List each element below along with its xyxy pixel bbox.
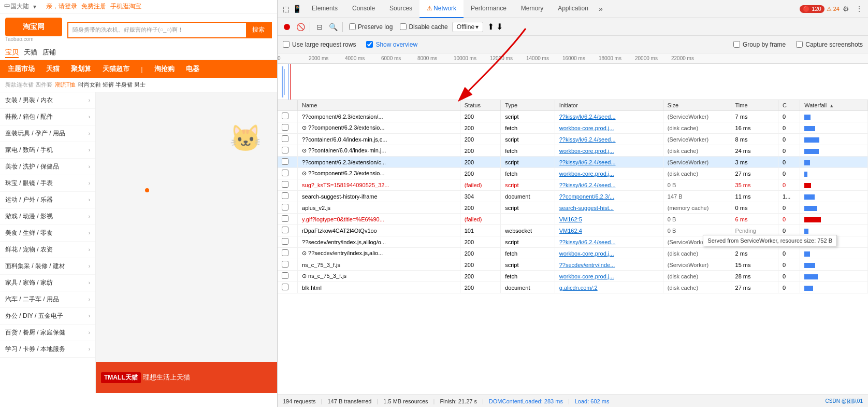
cell-initiator-link[interactable]: ??kissy/k/6.2.4/seed...: [559, 136, 616, 143]
cell-initiator-link[interactable]: ??secdev/entry/inde...: [559, 262, 615, 268]
col-header-c[interactable]: C: [778, 100, 800, 111]
cell-initiator-link[interactable]: workbox-core.prod.j...: [559, 171, 614, 177]
table-row[interactable]: ⊙ ns_c_75_3_f.js200fetchworkbox-core.pro…: [278, 271, 868, 282]
row-checkbox[interactable]: [282, 113, 288, 119]
table-row[interactable]: ??component/6.2.3/extension/c...200scrip…: [278, 157, 868, 168]
clear-button[interactable]: 🚫: [294, 21, 307, 33]
search-input[interactable]: [68, 23, 246, 37]
tab-network[interactable]: ⚠ Network: [419, 0, 464, 18]
row-checkbox[interactable]: [282, 204, 288, 210]
row-checkbox[interactable]: [282, 215, 288, 222]
row-checkbox[interactable]: [282, 238, 288, 245]
row-checkbox[interactable]: [282, 135, 288, 142]
cell-initiator-link[interactable]: VM162:5: [559, 216, 582, 222]
table-row[interactable]: ⊙ ??component/6.2.3/extensio...200fetchw…: [278, 168, 868, 179]
login-link[interactable]: 亲，请登录: [46, 2, 77, 11]
timeline-area[interactable]: 0 2000 ms 4000 ms 6000 ms 8000 ms 10000 …: [278, 53, 868, 100]
cat-tianmao-chao[interactable]: 天猫超市: [97, 60, 135, 78]
cell-initiator-link[interactable]: workbox-core.prod.j...: [559, 148, 614, 154]
cell-initiator-link[interactable]: ??kissy/k/6.2.4/seed...: [559, 182, 616, 188]
search-button[interactable]: 搜索: [246, 23, 271, 37]
col-header-time[interactable]: Time: [731, 100, 778, 111]
sidebar-item-2[interactable]: 童装玩具 / 孕产 / 用品›: [0, 125, 95, 142]
group-by-frame-label[interactable]: Group by frame: [733, 41, 786, 48]
tab-memory[interactable]: Memory: [514, 0, 551, 18]
settings-button[interactable]: ⚙: [840, 5, 852, 13]
tab-application[interactable]: Application: [551, 0, 596, 18]
cell-initiator-link[interactable]: ??kissy/k/6.2.4/seed...: [559, 239, 616, 245]
sidebar-item-6[interactable]: 运动 / 户外 / 乐器›: [0, 192, 95, 208]
sidebar-item-7[interactable]: 游戏 / 动漫 / 影视›: [0, 208, 95, 225]
table-row[interactable]: ⊙ ??container/6.0.4/index-min.j...200fet…: [278, 145, 868, 157]
filter-tag1[interactable]: 潮流T恤: [55, 81, 76, 89]
row-checkbox[interactable]: [282, 261, 288, 268]
row-checkbox[interactable]: [282, 272, 288, 279]
col-header-initiator[interactable]: Initiator: [555, 100, 663, 111]
more-options-button[interactable]: ⋮: [852, 5, 866, 13]
table-row[interactable]: search-suggest-history-iframe304document…: [278, 191, 868, 202]
register-link[interactable]: 免费注册: [81, 2, 106, 11]
search-button[interactable]: 🔍: [327, 21, 339, 33]
show-overview-label[interactable]: Show overview: [366, 41, 417, 48]
use-large-rows-label[interactable]: Use large request rows: [283, 41, 356, 48]
tab-sources[interactable]: Sources: [382, 0, 419, 18]
inspect-icon[interactable]: ⬚: [283, 5, 290, 13]
nav-dianpu[interactable]: 店铺: [42, 48, 56, 58]
row-checkbox[interactable]: [282, 124, 288, 131]
sidebar-item-5[interactable]: 珠宝 / 眼镜 / 手表›: [0, 175, 95, 192]
record-button[interactable]: [281, 21, 293, 33]
col-header-name[interactable]: Name: [298, 100, 460, 111]
capture-screenshots-label[interactable]: Capture screenshots: [796, 41, 863, 48]
download-button[interactable]: ⬇: [496, 22, 503, 32]
cat-taoqiang[interactable]: 淘抢购: [149, 60, 180, 78]
sidebar-item-14[interactable]: 百货 / 餐厨 / 家庭保健›: [0, 325, 95, 341]
network-table-container[interactable]: Name Status Type Initiator Size Time C W…: [278, 100, 868, 395]
cell-initiator-link[interactable]: ??kissy/k/6.2.4/seed...: [559, 114, 616, 120]
sidebar-item-12[interactable]: 汽车 / 二手车 / 用品›: [0, 291, 95, 308]
use-large-rows-checkbox[interactable]: [283, 41, 290, 48]
disable-cache-checkbox[interactable]: Disable cache: [397, 23, 451, 31]
filter-tag2[interactable]: 时尚女鞋 短裤 半身裙 男士: [78, 81, 146, 89]
disable-cache-input[interactable]: [400, 23, 407, 30]
tab-console[interactable]: Console: [345, 0, 382, 18]
sidebar-item-8[interactable]: 美食 / 生鲜 / 零食›: [0, 225, 95, 242]
row-checkbox[interactable]: [282, 249, 288, 256]
cell-initiator-link[interactable]: search-suggest-hist...: [559, 205, 614, 211]
table-row[interactable]: y.gif?logtype=0&title=%E6%90...(failed)V…: [278, 214, 868, 225]
cell-initiator-link[interactable]: workbox-core.prod.j...: [559, 273, 614, 279]
sidebar-item-3[interactable]: 家电 / 数码 / 手机›: [0, 142, 95, 159]
capture-screenshots-checkbox[interactable]: [796, 41, 803, 48]
offline-dropdown[interactable]: Offline ▾: [452, 22, 483, 32]
cell-initiator-link[interactable]: g.alicdn.com/:2: [559, 285, 598, 291]
cat-juhua[interactable]: 聚划算: [66, 60, 96, 78]
sidebar-item-10[interactable]: 面料集采 / 装修 / 建材›: [0, 258, 95, 275]
upload-button[interactable]: ⬆: [487, 22, 494, 32]
nav-baobei[interactable]: 宝贝: [5, 48, 19, 58]
cat-dianqi[interactable]: 电器: [181, 60, 205, 78]
table-row[interactable]: ⊙ ??component/6.2.3/extensio...200fetchw…: [278, 122, 868, 134]
col-header-size[interactable]: Size: [663, 100, 731, 111]
row-checkbox[interactable]: [282, 192, 288, 199]
table-row[interactable]: blk.html200documentg.alicdn.com/:2(disk …: [278, 282, 868, 293]
mobile-icon[interactable]: 📱: [293, 5, 301, 13]
filter-button[interactable]: ⊟: [313, 21, 326, 33]
row-checkbox[interactable]: [282, 158, 288, 165]
sidebar-item-9[interactable]: 鲜花 / 宠物 / 农资›: [0, 242, 95, 258]
row-checkbox[interactable]: [282, 181, 288, 188]
table-row[interactable]: aplus_v2.js200scriptsearch-suggest-hist.…: [278, 202, 868, 214]
mobile-link[interactable]: 手机逛淘宝: [110, 2, 141, 11]
table-row[interactable]: ??component/6.2.3/extension/...200script…: [278, 111, 868, 122]
cat-zhutisc[interactable]: 主题市场: [3, 60, 40, 78]
table-row[interactable]: ??container/6.0.4/index-min.js,c...200sc…: [278, 134, 868, 145]
sidebar-item-13[interactable]: 办公 / DIY / 五金电子›: [0, 308, 95, 325]
table-row[interactable]: ⊙ ??secdev/entry/index.js,alio...200fetc…: [278, 248, 868, 259]
cell-initiator-link[interactable]: workbox-core.prod.j...: [559, 125, 614, 131]
row-checkbox[interactable]: [282, 227, 288, 233]
sidebar-item-4[interactable]: 美妆 / 洗护 / 保健品›: [0, 159, 95, 175]
search-box[interactable]: 搜索: [67, 22, 272, 38]
sidebar-item-15[interactable]: 学习 / 卡券 / 本地服务›: [0, 341, 95, 358]
timeline-chart[interactable]: [278, 64, 868, 100]
tab-performance[interactable]: Performance: [464, 0, 514, 18]
table-row[interactable]: ns_c_75_3_f.js200script??secdev/entry/in…: [278, 259, 868, 271]
col-header-waterfall[interactable]: Waterfall ▲: [800, 100, 868, 111]
